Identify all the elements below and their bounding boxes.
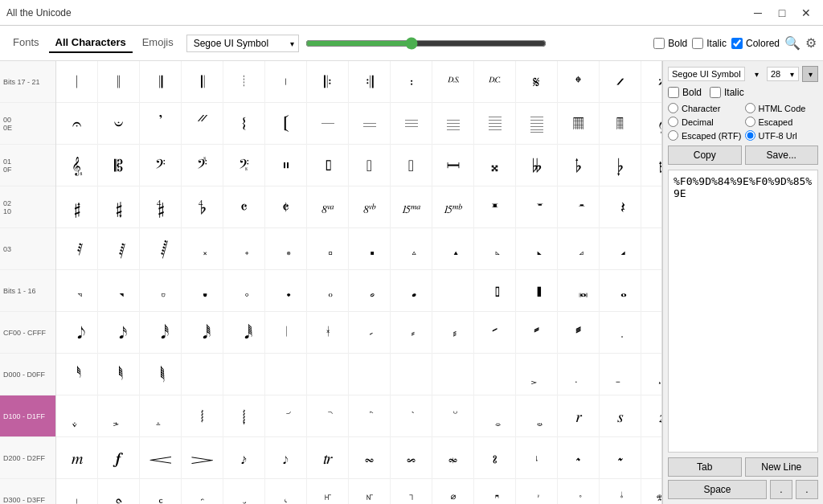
char-cell[interactable]: 𝆊 — [474, 395, 516, 437]
char-cell[interactable]: 𝆩 — [432, 479, 474, 504]
char-cell[interactable]: 𝅂 — [140, 228, 182, 270]
char-cell[interactable]: 𝆀 — [56, 395, 98, 437]
row-label-CF00-CFFF[interactable]: CF00 - CFFF — [0, 312, 55, 354]
char-cell[interactable]: 𝅛 — [516, 270, 558, 312]
char-cell[interactable]: 𝄇 — [349, 61, 391, 103]
character-radio-label[interactable]: Character — [668, 103, 742, 113]
right-font-select[interactable]: Segoe UI Symbol — [668, 67, 745, 81]
char-cell[interactable]: 𝅩 — [432, 312, 474, 354]
char-cell[interactable]: 𝄻 — [516, 186, 558, 228]
char-cell[interactable]: 𝄳 — [182, 186, 223, 228]
char-cell[interactable]: 𝅧 — [349, 312, 391, 354]
copy-button[interactable]: Copy — [668, 145, 742, 165]
char-cell[interactable]: 𝆨 — [391, 479, 432, 504]
char-cell[interactable]: 𝄁 — [98, 61, 140, 103]
tab-fonts[interactable]: Fonts — [6, 33, 46, 53]
char-cell[interactable]: 𝅚 — [474, 270, 516, 312]
char-cell[interactable]: 𝄅 — [265, 61, 307, 103]
char-cell[interactable]: 𝆡 — [98, 479, 140, 504]
char-cell[interactable]: 𝄝 — [600, 103, 641, 145]
char-cell[interactable]: 𝆅 — [265, 395, 307, 437]
char-cell[interactable]: 𝅘𝅥𝅰 — [140, 312, 182, 354]
row-label-00-0E[interactable]: 000E — [0, 103, 55, 145]
char-cell[interactable]: 𝅸 — [391, 354, 432, 395]
right-italic-option[interactable]: Italic — [710, 87, 744, 98]
char-cell[interactable]: 𝆂 — [140, 395, 182, 437]
size-slider[interactable] — [305, 37, 547, 50]
char-cell[interactable]: 𝅦 — [307, 312, 349, 354]
char-cell[interactable]: 𝅄 — [223, 228, 265, 270]
utf8url-radio[interactable] — [745, 130, 755, 141]
char-cell[interactable]: 𝄦 — [307, 145, 349, 186]
char-cell[interactable]: 𝅳 — [182, 354, 223, 395]
char-cell[interactable]: 𝆝 — [600, 437, 641, 479]
char-cell[interactable]: 𝄱 — [98, 186, 140, 228]
char-cell[interactable]: 𝆃 — [182, 395, 223, 437]
char-cell[interactable]: 𝅗 — [349, 270, 391, 312]
char-cell[interactable]: 𝅘𝅥𝅮 — [56, 312, 98, 354]
colored-checkbox[interactable] — [731, 38, 743, 49]
char-cell[interactable]: 𝄍 — [600, 61, 641, 103]
char-cell[interactable]: 𝆘 — [391, 437, 432, 479]
dot1-button[interactable]: . — [770, 480, 792, 499]
char-cell[interactable]: 𝆄 — [223, 395, 265, 437]
char-cell[interactable]: 𝄩 — [432, 145, 474, 186]
char-cell[interactable]: 𝆬 — [558, 479, 600, 504]
char-cell[interactable]: 𝅹 — [432, 354, 474, 395]
char-cell[interactable]: 𝅇 — [349, 228, 391, 270]
char-cell[interactable]: 𝆒 — [140, 437, 182, 479]
char-cell[interactable]: 𝆖 — [307, 437, 349, 479]
row-label-01-0F[interactable]: 010F — [0, 145, 55, 186]
char-cell[interactable]: 𝅗𝅥 — [641, 270, 662, 312]
char-cell[interactable]: 𝄊 — [474, 61, 516, 103]
char-cell[interactable]: 𝅎 — [641, 228, 662, 270]
maximize-button[interactable]: □ — [772, 5, 792, 21]
bold-checkbox[interactable] — [653, 38, 665, 49]
char-cell[interactable]: 𝄾 — [641, 186, 662, 228]
row-label-D000-D0FF[interactable]: D000 - D0FF — [0, 354, 55, 395]
bold-option[interactable]: Bold — [653, 38, 687, 49]
htmlcode-radio-label[interactable]: HTML Code — [745, 103, 819, 113]
row-label-bits1-16[interactable]: Bits 1 - 16 — [0, 270, 55, 312]
char-cell[interactable]: 𝅔 — [223, 270, 265, 312]
char-cell[interactable]: 𝅮 — [641, 312, 662, 354]
char-cell[interactable]: 𝄫 — [516, 145, 558, 186]
char-cell[interactable]: 𝄹 — [432, 186, 474, 228]
char-cell[interactable]: 𝆢 — [140, 479, 182, 504]
char-cell[interactable]: 𝄵 — [265, 186, 307, 228]
char-cell[interactable]: 𝆈 — [391, 395, 432, 437]
char-cell[interactable]: 𝄋 — [516, 61, 558, 103]
character-radio[interactable] — [668, 103, 678, 113]
char-cell[interactable]: 𝅨 — [391, 312, 432, 354]
char-cell[interactable]: 𝆮 — [641, 479, 662, 504]
char-cell[interactable]: 𝄘 — [391, 103, 432, 145]
settings-button[interactable]: ⚙ — [805, 35, 817, 51]
italic-option[interactable]: Italic — [692, 38, 727, 49]
row-label-bits17-21[interactable]: Bits 17 - 21 — [0, 61, 55, 103]
char-cell[interactable]: 𝄥 — [265, 145, 307, 186]
char-cell[interactable]: 𝅺 — [474, 354, 516, 395]
char-cell[interactable]: 𝅶 — [307, 354, 349, 395]
char-cell[interactable]: 𝅀 — [56, 228, 98, 270]
char-cell[interactable]: 𝅾 — [641, 354, 662, 395]
char-cell[interactable]: 𝅰 — [56, 354, 98, 395]
char-cell[interactable]: 𝅘𝅥𝅯 — [98, 312, 140, 354]
row-label-02-10[interactable]: 0210 — [0, 186, 55, 228]
tab-button[interactable]: Tab — [668, 457, 742, 477]
char-cell[interactable]: 𝄄 — [223, 61, 265, 103]
char-cell[interactable]: 𝄐 — [56, 103, 98, 145]
char-cell[interactable]: 𝅋 — [516, 228, 558, 270]
row-label-D100-D1FF[interactable]: D100 - D1FF — [0, 395, 55, 437]
char-cell[interactable]: 𝄢 — [140, 145, 182, 186]
char-cell[interactable]: 𝄞 — [641, 103, 662, 145]
colored-option[interactable]: Colored — [731, 38, 780, 49]
char-cell[interactable]: 𝆤 — [223, 479, 265, 504]
char-cell[interactable]: 𝅻 — [516, 354, 558, 395]
char-cell[interactable]: 𝄸 — [391, 186, 432, 228]
escaped-rtf-radio-label[interactable]: Escaped (RTF) — [668, 130, 742, 141]
char-cell[interactable]: 𝄽 — [600, 186, 641, 228]
char-cell[interactable]: 𝆉 — [432, 395, 474, 437]
char-cell[interactable]: 𝆑 — [98, 437, 140, 479]
char-cell[interactable]: 𝄧 — [349, 145, 391, 186]
char-cell[interactable]: 𝄲 — [140, 186, 182, 228]
